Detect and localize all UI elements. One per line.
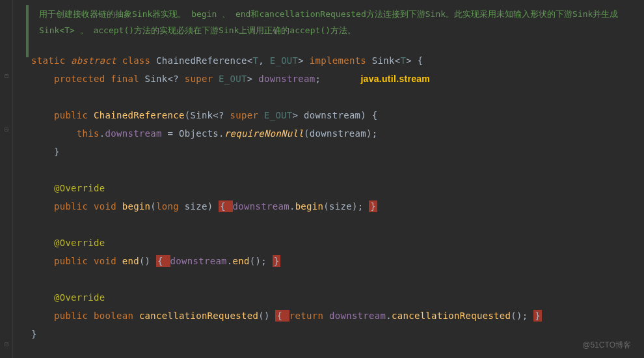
package-annotation: java.util.stream [360, 74, 430, 84]
editor-gutter [0, 0, 13, 358]
class-declaration: static abstract class ChainedReference<T… [31, 51, 644, 70]
fold-marker-icon[interactable]: ⊟ [5, 338, 8, 350]
blank-line [31, 161, 644, 179]
close-brace: } [31, 143, 644, 161]
constructor-body: this.downstream = Objects.requireNonNull… [31, 124, 644, 143]
blank-line [31, 215, 644, 234]
override-annotation: @Override [31, 234, 644, 252]
blank-line [31, 88, 644, 106]
override-annotation: @Override [31, 288, 644, 307]
field-declaration: protected final Sink<? super E_OUT> down… [31, 70, 644, 88]
fold-marker-icon[interactable]: ⊟ [5, 70, 8, 82]
watermark: @51CTO博客 [582, 338, 631, 353]
javadoc-comment: 用于创建接收器链的抽象Sink器实现。 begin 、 end和cancella… [0, 0, 644, 45]
method-cancel: public boolean cancellationRequested() {… [31, 307, 644, 325]
code-editor[interactable]: static abstract class ChainedReference<T… [0, 45, 644, 343]
constructor-declaration: public ChainedReference(Sink<? super E_O… [31, 106, 644, 124]
method-begin: public void begin(long size) { downstrea… [31, 197, 644, 215]
override-annotation: @Override [31, 179, 644, 197]
close-brace: } [31, 325, 644, 343]
fold-marker-icon[interactable]: ⊟ [5, 124, 8, 135]
blank-line [31, 270, 644, 288]
method-end: public void end() { downstream.end(); } [31, 252, 644, 270]
doc-comment-border [26, 5, 29, 57]
